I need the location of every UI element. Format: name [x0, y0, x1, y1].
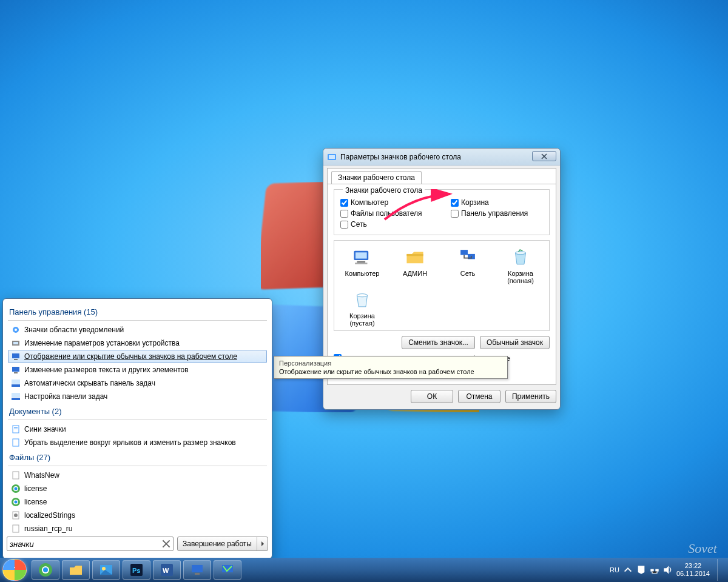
network-tray-icon[interactable]: [650, 565, 659, 575]
check-network[interactable]: Сеть: [340, 220, 433, 229]
preview-user-folder[interactable]: АДМИН: [391, 246, 439, 284]
preview-recycle-empty-label: Корзина (пустая): [338, 312, 386, 327]
start-search-panel: Панель управления (15) Значки области ув…: [2, 298, 272, 559]
dialog-title: Параметры значков рабочего стола: [340, 153, 461, 161]
result-item[interactable]: license: [8, 495, 267, 509]
change-icon-button[interactable]: Сменить значок...: [402, 336, 475, 349]
svg-point-34: [14, 513, 18, 517]
tab-strip: Значки рабочего стола: [328, 169, 556, 184]
clear-search-icon[interactable]: [162, 540, 170, 548]
search-results[interactable]: Панель управления (15) Значки области ув…: [3, 303, 272, 533]
tab-desktop-icons[interactable]: Значки рабочего стола: [331, 171, 422, 184]
cancel-button[interactable]: Отмена: [458, 390, 500, 403]
result-item-selected[interactable]: Отображение или скрытие обычных значков …: [8, 350, 267, 363]
result-item[interactable]: Изменение размеров текста и других элеме…: [8, 363, 267, 376]
tray-chevron-up-icon[interactable]: [623, 565, 633, 575]
dialog-icon: [327, 152, 337, 162]
preview-recycle-full-label: Корзина (полная): [496, 270, 545, 284]
taskbar-photos[interactable]: [92, 560, 120, 580]
taskbar[interactable]: Ps W RU 23:22 06.11.2014: [0, 558, 728, 582]
chevron-right-icon[interactable]: [257, 537, 268, 550]
check-recycle-bin[interactable]: Корзина: [451, 198, 543, 207]
preview-computer[interactable]: Компьютер: [338, 246, 386, 284]
tray-clock[interactable]: 23:22 06.11.2014: [676, 562, 710, 578]
svg-rect-4: [357, 261, 366, 263]
dialog-titlebar[interactable]: Параметры значков рабочего стола: [323, 149, 560, 166]
search-bottom-bar: Завершение работы: [7, 537, 268, 555]
check-control-panel-input[interactable]: [451, 210, 459, 218]
svg-rect-20: [12, 398, 20, 400]
result-item[interactable]: WhatsNew: [8, 469, 267, 482]
restore-default-button[interactable]: Обычный значок: [480, 336, 550, 349]
result-item[interactable]: localizedStrings: [8, 509, 267, 522]
doc-icon: [11, 438, 21, 447]
preview-recycle-full[interactable]: Корзина (полная): [496, 246, 545, 284]
taskbar-icon: [11, 392, 21, 401]
gear-icon: [11, 325, 21, 335]
group-legend: Значки рабочего стола: [343, 186, 425, 195]
check-computer-input[interactable]: [340, 199, 348, 207]
shutdown-button[interactable]: Завершение работы: [177, 537, 268, 551]
show-desktop-button[interactable]: [717, 559, 723, 581]
result-item[interactable]: Автоматически скрывать панель задач: [8, 376, 267, 390]
search-box[interactable]: [7, 537, 174, 551]
check-control-panel[interactable]: Панель управления: [451, 209, 543, 218]
close-button[interactable]: [532, 151, 556, 161]
watermark: Sovet: [688, 541, 717, 557]
svg-rect-23: [14, 427, 18, 428]
svg-rect-21: [12, 393, 20, 397]
result-item[interactable]: russian_rcp_ru: [8, 522, 267, 533]
taskbar-word[interactable]: W: [153, 560, 181, 580]
result-item[interactable]: Значки области уведомлений: [8, 323, 267, 336]
preview-user-folder-label: АДМИН: [403, 270, 427, 277]
result-item[interactable]: Убрать выделение вокруг ярлыков и измени…: [8, 436, 267, 449]
check-network-input[interactable]: [340, 221, 348, 229]
result-item[interactable]: Изменение параметров установки устройств…: [8, 336, 267, 350]
preview-network[interactable]: Сеть: [443, 246, 492, 284]
chrome-icon: [11, 497, 21, 507]
result-item[interactable]: Настройка панели задач: [8, 390, 267, 403]
lang-indicator[interactable]: RU: [610, 566, 619, 574]
check-user-files-input[interactable]: [340, 210, 348, 218]
taskbar-display-settings[interactable]: [183, 560, 211, 580]
svg-rect-6: [460, 250, 468, 255]
taskbar-personalize[interactable]: [214, 560, 241, 580]
action-center-icon[interactable]: [636, 565, 646, 575]
check-computer[interactable]: Компьютер: [340, 198, 433, 207]
svg-rect-47: [192, 565, 203, 572]
monitor-icon: [11, 352, 21, 361]
svg-rect-24: [14, 429, 18, 429]
result-item[interactable]: license: [8, 482, 267, 495]
folder-icon: [403, 246, 427, 269]
apply-button[interactable]: Применить: [505, 390, 556, 403]
preview-recycle-empty[interactable]: Корзина (пустая): [338, 288, 386, 327]
svg-text:W: W: [163, 567, 169, 574]
svg-rect-18: [12, 384, 20, 387]
group-desktop-icons: Значки рабочего стола Компьютер Корзина …: [334, 189, 550, 235]
taskbar-photoshop[interactable]: Ps: [123, 560, 150, 580]
svg-rect-15: [14, 359, 18, 360]
system-tray[interactable]: RU 23:22 06.11.2014: [610, 559, 726, 581]
result-item[interactable]: Сини значки: [8, 423, 267, 436]
preview-computer-label: Компьютер: [345, 270, 380, 277]
taskbar-chrome[interactable]: [32, 560, 59, 580]
check-user-files[interactable]: Файлы пользователя: [340, 209, 433, 218]
dialog-footer: ОК Отмена Применить: [327, 387, 556, 406]
taskbar-icon: [11, 378, 21, 388]
check-recycle-bin-input[interactable]: [451, 199, 459, 207]
doc-icon: [11, 424, 21, 434]
ok-button[interactable]: ОК: [411, 390, 453, 403]
section-documents: Документы (2): [8, 403, 267, 418]
section-files: Файлы (27): [8, 449, 267, 464]
start-button[interactable]: [2, 559, 27, 581]
svg-rect-3: [356, 252, 367, 258]
dialog-content: Значки рабочего стола Значки рабочего ст…: [327, 168, 556, 385]
taskbar-explorer[interactable]: [62, 560, 90, 580]
volume-icon[interactable]: [663, 565, 673, 575]
tooltip: Персонализация Отображение или скрытие о…: [274, 356, 508, 379]
svg-rect-16: [12, 367, 19, 372]
search-input[interactable]: [10, 540, 162, 549]
svg-rect-19: [12, 380, 20, 384]
svg-point-8: [516, 252, 526, 255]
tray-time: 23:22: [676, 562, 710, 570]
